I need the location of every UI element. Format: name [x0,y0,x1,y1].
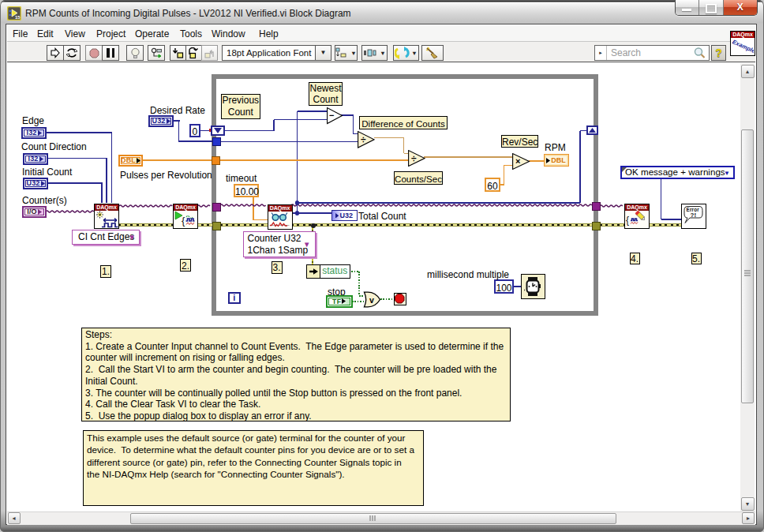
svg-text:÷: ÷ [361,134,366,145]
svg-text:{: { [182,215,185,227]
svg-text:v: v [369,295,374,305]
svg-text:Example: Example [731,38,754,54]
svg-text:{: { [626,215,629,226]
svg-text:÷: ÷ [411,152,417,163]
svg-text:−: − [329,111,334,120]
svg-text:15: 15 [15,15,21,20]
svg-text:?!: ?! [690,212,696,219]
svg-text:×: × [515,156,520,166]
